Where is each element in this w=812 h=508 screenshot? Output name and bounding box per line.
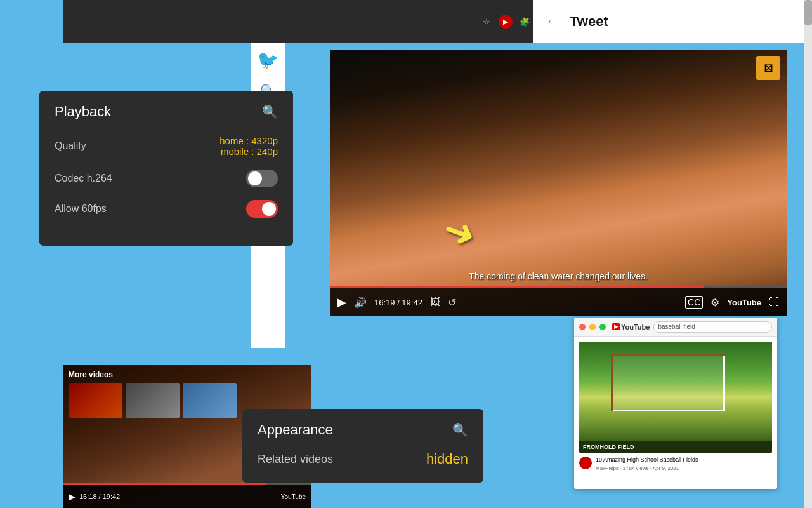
twitter-header: ← Tweet bbox=[533, 0, 812, 43]
fps-toggle[interactable] bbox=[246, 200, 278, 218]
video-subtitle: The coming of clean water changed our li… bbox=[330, 271, 787, 281]
twitter-back-button[interactable]: ← bbox=[546, 13, 560, 30]
yt-logo-text: YouTube bbox=[621, 323, 650, 331]
bottom-yt-label: YouTube bbox=[281, 493, 306, 500]
quality-row: Quality home : 4320p mobile : 240p bbox=[55, 135, 278, 157]
more-videos-label: More videos bbox=[69, 370, 113, 379]
yt-browser-bar: ▶ YouTube baseball field bbox=[574, 318, 777, 337]
related-videos-label: Related videos bbox=[258, 453, 333, 466]
yt-browser: ▶ YouTube baseball field FROMHOLD FIELD … bbox=[574, 318, 777, 489]
yt-mini-logo: ▶ YouTube bbox=[612, 323, 650, 331]
yt-video-date: Apr 9, 2021 bbox=[653, 465, 679, 471]
video-time: 16:19 / 19:42 bbox=[374, 298, 422, 307]
puzzle-icon[interactable]: 🧩 bbox=[518, 15, 532, 29]
yt-video-info: 10 Amazing High School Baseball Fields M… bbox=[579, 457, 772, 471]
yt-browser-content: FROMHOLD FIELD 10 Amazing High School Ba… bbox=[574, 337, 777, 476]
browser-bar: ☆ ▶ 🧩 ⋮ bbox=[63, 0, 558, 43]
twitter-logo-icon[interactable]: 🐦 bbox=[257, 50, 279, 70]
twitter-scrollbar[interactable] bbox=[804, 0, 812, 508]
video-rotate-icon[interactable]: ↺ bbox=[448, 297, 456, 309]
window-close-dot[interactable] bbox=[579, 324, 586, 330]
bottom-time: 16:18 / 19:42 bbox=[79, 493, 120, 500]
quality-values: home : 4320p mobile : 240p bbox=[219, 135, 278, 157]
bottom-controls: ▶ 16:18 / 19:42 YouTube bbox=[63, 485, 311, 508]
fullscreen-button[interactable]: ⛶ bbox=[769, 297, 779, 308]
scrollbar-thumb[interactable] bbox=[804, 0, 812, 25]
yt-field-title: FROMHOLD FIELD bbox=[583, 444, 768, 450]
yt-video-title[interactable]: 10 Amazing High School Baseball Fields bbox=[596, 457, 772, 464]
related-videos-row: Related videos hidden bbox=[258, 451, 468, 467]
thumb-3[interactable] bbox=[183, 383, 237, 418]
video-screenshot-icon[interactable]: 🖼 bbox=[430, 297, 440, 308]
star-icon[interactable]: ☆ bbox=[480, 15, 494, 29]
codec-row: Codec h.264 bbox=[55, 170, 278, 187]
yt-video-details: 10 Amazing High School Baseball Fields M… bbox=[596, 457, 772, 471]
appearance-header: Appearance 🔍 bbox=[258, 422, 468, 438]
thumb-2[interactable] bbox=[126, 383, 180, 418]
codec-toggle[interactable] bbox=[246, 170, 278, 187]
yt-search-input[interactable]: baseball field bbox=[653, 321, 772, 333]
playback-header: Playback 🔍 bbox=[55, 104, 278, 120]
youtube-button-icon[interactable]: ▶ bbox=[499, 15, 513, 29]
yt-channel-name: MaxPreps bbox=[596, 465, 619, 471]
window-maximize-dot[interactable] bbox=[599, 324, 606, 330]
bottom-play-button[interactable]: ▶ bbox=[69, 491, 75, 502]
thumb-1[interactable] bbox=[69, 383, 122, 418]
yt-field-image[interactable]: FROMHOLD FIELD bbox=[579, 342, 772, 453]
yt-video-meta: MaxPreps · 171K views · Apr 9, 2021 bbox=[596, 465, 772, 471]
cc-button[interactable]: CC bbox=[685, 296, 703, 309]
quality-mobile: mobile : 240p bbox=[219, 146, 278, 157]
playback-search-icon[interactable]: 🔍 bbox=[262, 104, 278, 119]
window-minimize-dot[interactable] bbox=[589, 324, 596, 330]
playback-title: Playback bbox=[55, 104, 111, 120]
quality-home: home : 4320p bbox=[219, 135, 278, 146]
video-player: ⊠ The coming of clean water changed our … bbox=[330, 50, 787, 316]
video-controls: ▶ 🔊 16:19 / 19:42 🖼 ↺ CC ⚙ YouTube ⛶ bbox=[330, 288, 787, 316]
video-face: ⊠ The coming of clean water changed our … bbox=[330, 50, 787, 316]
volume-button[interactable]: 🔊 bbox=[354, 297, 367, 309]
youtube-label: YouTube bbox=[727, 298, 761, 307]
quality-label: Quality bbox=[55, 140, 86, 152]
playback-panel: Playback 🔍 Quality home : 4320p mobile :… bbox=[39, 91, 293, 246]
yt-logo-icon: ▶ bbox=[612, 323, 620, 330]
related-videos-value[interactable]: hidden bbox=[426, 451, 468, 467]
play-button[interactable]: ▶ bbox=[337, 295, 346, 309]
fps-row: Allow 60fps bbox=[55, 200, 278, 218]
appearance-panel: Appearance 🔍 Related videos hidden bbox=[242, 409, 483, 483]
codec-label: Codec h.264 bbox=[55, 173, 112, 184]
settings-button[interactable]: ⚙ bbox=[710, 297, 719, 309]
fps-label: Allow 60fps bbox=[55, 203, 107, 215]
yt-video-views: 171K views bbox=[623, 465, 649, 471]
yt-field-overlay: FROMHOLD FIELD bbox=[579, 441, 772, 453]
appearance-search-icon[interactable]: 🔍 bbox=[452, 422, 468, 438]
appearance-title: Appearance bbox=[258, 422, 333, 438]
yt-channel-avatar bbox=[579, 457, 592, 469]
yt-search-value: baseball field bbox=[658, 323, 695, 330]
twitter-tweet-title: Tweet bbox=[570, 13, 608, 30]
